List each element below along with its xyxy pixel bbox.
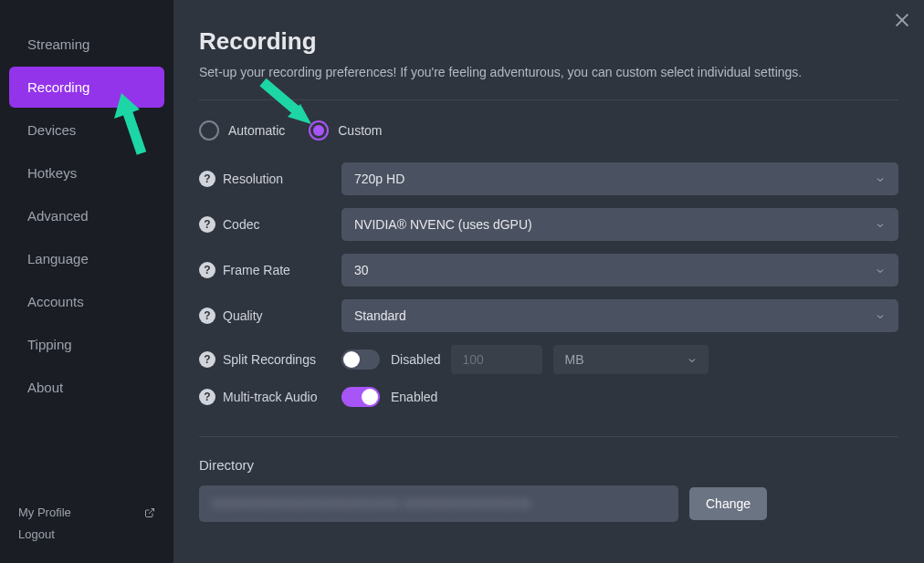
sidebar-item-streaming[interactable]: Streaming [9, 24, 164, 65]
setting-split-recordings: ? Split Recordings Disabled 100 MB [199, 345, 898, 374]
divider [199, 436, 898, 437]
page-subtitle: Set-up your recording preferences! If yo… [199, 65, 898, 79]
multitrack-toggle[interactable] [341, 387, 380, 407]
sidebar-item-advanced[interactable]: Advanced [9, 195, 164, 236]
codec-value: NVIDIA® NVENC (uses dGPU) [354, 217, 532, 232]
change-directory-button[interactable]: Change [689, 487, 767, 520]
sidebar-item-accounts[interactable]: Accounts [9, 281, 164, 322]
sidebar: Streaming Recording Devices Hotkeys Adva… [0, 0, 173, 563]
svg-line-0 [149, 508, 154, 514]
setting-resolution: ? Resolution 720p HD [199, 162, 898, 195]
mode-selector: Automatic Custom [199, 120, 898, 141]
split-state-label: Disabled [391, 352, 440, 367]
help-icon[interactable]: ? [199, 171, 215, 187]
sidebar-item-about[interactable]: About [9, 367, 164, 408]
radio-unchecked-icon [199, 120, 219, 141]
split-unit-select: MB [553, 345, 709, 374]
setting-multitrack-audio: ? Multi-track Audio Enabled [199, 387, 898, 407]
sidebar-item-tipping[interactable]: Tipping [9, 324, 164, 365]
chevron-down-icon [875, 265, 886, 276]
help-icon[interactable]: ? [199, 308, 215, 324]
external-link-icon [144, 507, 155, 518]
chevron-down-icon [875, 173, 886, 184]
page-title: Recording [199, 27, 898, 56]
codec-select[interactable]: NVIDIA® NVENC (uses dGPU) [341, 208, 898, 241]
resolution-value: 720p HD [354, 172, 404, 186]
close-icon[interactable] [893, 11, 911, 29]
codec-label: Codec [223, 217, 334, 232]
multitrack-label: Multi-track Audio [223, 390, 334, 404]
mode-automatic[interactable]: Automatic [199, 120, 285, 141]
split-toggle[interactable] [341, 349, 380, 370]
split-size-input: 100 [451, 345, 542, 374]
split-label: Split Recordings [223, 352, 334, 367]
sidebar-footer: My Profile Logout [0, 502, 173, 563]
sidebar-profile-label: My Profile [18, 502, 71, 523]
sidebar-item-devices[interactable]: Devices [9, 109, 164, 151]
sidebar-nav: Streaming Recording Devices Hotkeys Adva… [0, 22, 173, 502]
framerate-value: 30 [354, 263, 369, 277]
directory-row: XXXXXXXXXXXXXXXXXXXXXX XXXXXXXXXXXXXXX C… [199, 485, 898, 522]
mode-custom[interactable]: Custom [309, 120, 382, 141]
settings-list: ? Resolution 720p HD ? Codec NVIDIA® NVE… [199, 162, 898, 407]
quality-select[interactable]: Standard [341, 299, 898, 332]
mode-custom-label: Custom [338, 123, 382, 138]
setting-codec: ? Codec NVIDIA® NVENC (uses dGPU) [199, 208, 898, 241]
split-unit-value: MB [564, 352, 583, 367]
sidebar-my-profile[interactable]: My Profile [18, 502, 155, 523]
directory-label: Directory [199, 457, 898, 473]
chevron-down-icon [875, 310, 886, 321]
directory-path: XXXXXXXXXXXXXXXXXXXXXX XXXXXXXXXXXXXXX [199, 485, 678, 522]
resolution-label: Resolution [223, 172, 334, 186]
framerate-label: Frame Rate [223, 263, 334, 277]
quality-label: Quality [223, 308, 334, 323]
setting-quality: ? Quality Standard [199, 299, 898, 332]
help-icon[interactable]: ? [199, 389, 215, 405]
main-panel: Recording Set-up your recording preferen… [173, 0, 924, 563]
framerate-select[interactable]: 30 [341, 254, 898, 287]
sidebar-item-hotkeys[interactable]: Hotkeys [9, 152, 164, 193]
sidebar-logout[interactable]: Logout [18, 524, 155, 545]
sidebar-item-language[interactable]: Language [9, 238, 164, 279]
mode-automatic-label: Automatic [228, 123, 285, 138]
multitrack-state-label: Enabled [391, 390, 437, 404]
chevron-down-icon [875, 219, 886, 230]
resolution-select[interactable]: 720p HD [341, 162, 898, 195]
help-icon[interactable]: ? [199, 216, 215, 233]
help-icon[interactable]: ? [199, 351, 215, 368]
radio-checked-icon [309, 120, 329, 141]
help-icon[interactable]: ? [199, 262, 215, 278]
divider [199, 99, 898, 100]
quality-value: Standard [354, 308, 406, 323]
chevron-down-icon [687, 354, 698, 365]
setting-framerate: ? Frame Rate 30 [199, 254, 898, 287]
sidebar-item-recording[interactable]: Recording [9, 67, 164, 108]
